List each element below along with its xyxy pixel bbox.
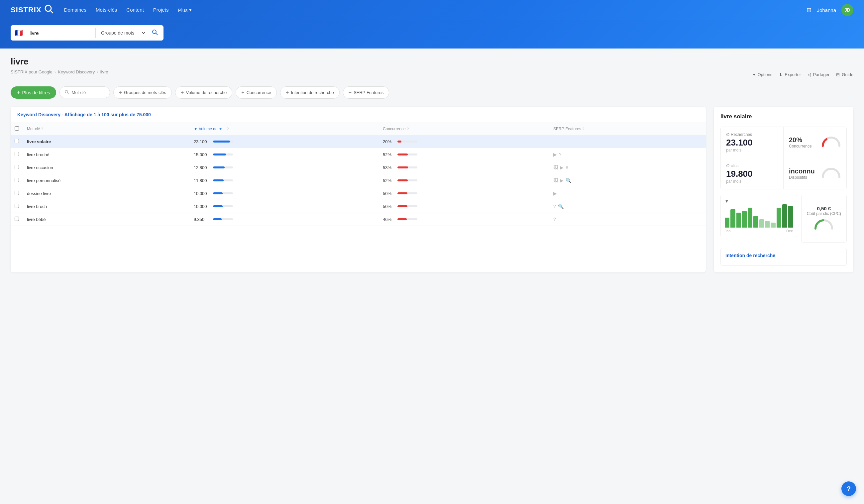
row-checkbox[interactable] xyxy=(15,139,19,143)
filter-select[interactable]: Groupe de mots Mot-clé exact URL xyxy=(96,30,146,36)
top-navigation: SISTRIX Domaines Mots-clés Content Proje… xyxy=(0,0,864,20)
breadcrumb-livre[interactable]: livre xyxy=(100,70,108,74)
table-row[interactable]: livre solaire 23.100 20% xyxy=(11,135,706,148)
nav-plus[interactable]: Plus ▾ xyxy=(178,7,192,13)
concurrence-cell: 50% xyxy=(379,187,549,200)
chart-bar xyxy=(725,218,729,228)
select-all-checkbox[interactable] xyxy=(15,126,19,131)
keyword-cell: livre bébé xyxy=(23,213,190,226)
searches-sub: par mois xyxy=(726,148,778,153)
plus-icon: + xyxy=(119,90,122,96)
concurrence-gauge xyxy=(821,136,841,149)
row-checkbox[interactable] xyxy=(15,152,19,156)
table-row[interactable]: livre broché 15.000 52% ▶? xyxy=(11,148,706,161)
table-row[interactable]: livre broch 10.000 50% ?🔍 xyxy=(11,200,706,213)
diameter-icon: ∅ xyxy=(726,132,729,137)
plus-icon: + xyxy=(286,90,289,96)
mot-cle-input[interactable] xyxy=(72,90,105,95)
image-icon: 🖼 xyxy=(553,178,558,183)
serp-cell xyxy=(549,135,706,148)
cpc-label: Coût par clic (CPC) xyxy=(807,211,841,216)
volume-column-header[interactable]: ▼ Volume de re... ? xyxy=(190,123,379,135)
row-checkbox-cell xyxy=(11,148,23,161)
search-bar-container: 🇫🇷 Groupe de mots Mot-clé exact URL xyxy=(0,20,864,48)
row-checkbox[interactable] xyxy=(15,165,19,169)
logo[interactable]: SISTRIX xyxy=(11,4,53,16)
share-icon: ◁ xyxy=(807,72,811,77)
devices-gauge xyxy=(821,167,841,180)
exporter-button[interactable]: ⬇ Exporter xyxy=(779,72,801,77)
add-filters-button[interactable]: + Plus de filtres xyxy=(11,86,56,99)
row-checkbox-cell xyxy=(11,213,23,226)
options-button[interactable]: ▾ Options xyxy=(753,72,772,77)
groupes-filter-button[interactable]: + Groupes de mots-clés xyxy=(113,86,172,99)
nav-links: Domaines Mots-clés Content Projets Plus … xyxy=(64,7,796,13)
nav-projets[interactable]: Projets xyxy=(153,7,169,13)
row-checkbox-cell xyxy=(11,135,23,148)
table-header: Keyword Discovery - Affichage de 1 à 100… xyxy=(11,107,706,123)
search-button[interactable] xyxy=(146,29,164,37)
breadcrumb-sistrix[interactable]: SISTRIX pour Google xyxy=(11,70,52,74)
serp-cell: 🖼▶≡ xyxy=(549,161,706,174)
nav-domaines[interactable]: Domaines xyxy=(64,7,87,13)
volume-cell: 11.800 xyxy=(190,174,379,187)
devices-stat-cell: inconnu Dispositifs xyxy=(783,158,847,189)
search-volume-chart: ▼ Jan Déc xyxy=(720,195,797,237)
table-panel: Keyword Discovery - Affichage de 1 à 100… xyxy=(11,107,706,273)
chart-bar xyxy=(771,223,775,228)
serp-filter-button[interactable]: + SERP Features xyxy=(343,86,389,99)
motcle-column-header[interactable]: Mot-clé ? xyxy=(23,123,190,135)
chart-bar xyxy=(777,208,781,228)
intention-filter-button[interactable]: + Intention de recherche xyxy=(280,86,340,99)
concurrence-filter-button[interactable]: + Concurrence xyxy=(236,86,277,99)
serp-cell: ?🔍 xyxy=(549,200,706,213)
row-checkbox[interactable] xyxy=(15,178,19,182)
main-content: livre SISTRIX pour Google › Keyword Disc… xyxy=(0,48,864,280)
clicks-stat-cell: ∅ clics 19.800 par mois xyxy=(721,158,783,189)
searches-value: 23.100 xyxy=(726,137,778,148)
table-row[interactable]: dessine livre 10.000 50% ▶ xyxy=(11,187,706,200)
nav-mots-cles[interactable]: Mots-clés xyxy=(96,7,117,13)
devices-info: inconnu Dispositifs xyxy=(789,167,815,180)
row-checkbox[interactable] xyxy=(15,204,19,208)
cpc-gauge xyxy=(814,219,834,231)
nav-content[interactable]: Content xyxy=(126,7,144,13)
row-checkbox-cell xyxy=(11,161,23,174)
serp-column-header[interactable]: SERP-Features ? xyxy=(549,123,706,135)
intent-section: Intention de recherche xyxy=(720,248,847,266)
guide-button[interactable]: ⊞ Guide xyxy=(836,72,853,77)
concurrence-column-header[interactable]: Concurrence ? xyxy=(379,123,549,135)
table-row[interactable]: livre occasion 12.800 53% 🖼▶≡ xyxy=(11,161,706,174)
table-row[interactable]: livre personnalisé 11.800 52% 🖼▶🔍 xyxy=(11,174,706,187)
user-avatar[interactable]: JD xyxy=(841,4,853,16)
search-input[interactable] xyxy=(27,30,95,36)
breadcrumb-keyword-discovery[interactable]: Keyword Discovery xyxy=(58,70,95,74)
clicks-label: ∅ clics xyxy=(726,164,778,168)
intent-title: Intention de recherche xyxy=(725,253,842,258)
svg-line-3 xyxy=(156,33,157,35)
chart-bar xyxy=(753,216,758,228)
searches-label: ∅ Recherches xyxy=(726,132,778,137)
grid-icon[interactable]: ⊞ xyxy=(806,6,812,14)
row-checkbox-cell xyxy=(11,200,23,213)
row-checkbox[interactable] xyxy=(15,217,19,221)
table-row[interactable]: livre bébé 9.350 46% ? xyxy=(11,213,706,226)
logo-text: SISTRIX xyxy=(11,5,41,14)
search-bar: 🇫🇷 Groupe de mots Mot-clé exact URL xyxy=(11,25,164,40)
help-icon: ? xyxy=(553,217,556,222)
keyword-cell: livre personnalisé xyxy=(23,174,190,187)
partager-button[interactable]: ◁ Partager xyxy=(807,72,829,77)
image-icon: 🖼 xyxy=(553,165,558,170)
serp-cell: ▶? xyxy=(549,148,706,161)
volume-filter-button[interactable]: + Volume de recherche xyxy=(175,86,232,99)
devices-value: inconnu xyxy=(789,167,815,175)
country-flag[interactable]: 🇫🇷 xyxy=(11,29,27,37)
concurrence-cell: 50% xyxy=(379,200,549,213)
keyword-cell: livre broché xyxy=(23,148,190,161)
select-all-header[interactable] xyxy=(11,123,23,135)
volume-cell: 23.100 xyxy=(190,135,379,148)
keyword-cell: livre occasion xyxy=(23,161,190,174)
keyword-cell: dessine livre xyxy=(23,187,190,200)
video-icon: ▶ xyxy=(553,152,557,157)
row-checkbox[interactable] xyxy=(15,191,19,195)
